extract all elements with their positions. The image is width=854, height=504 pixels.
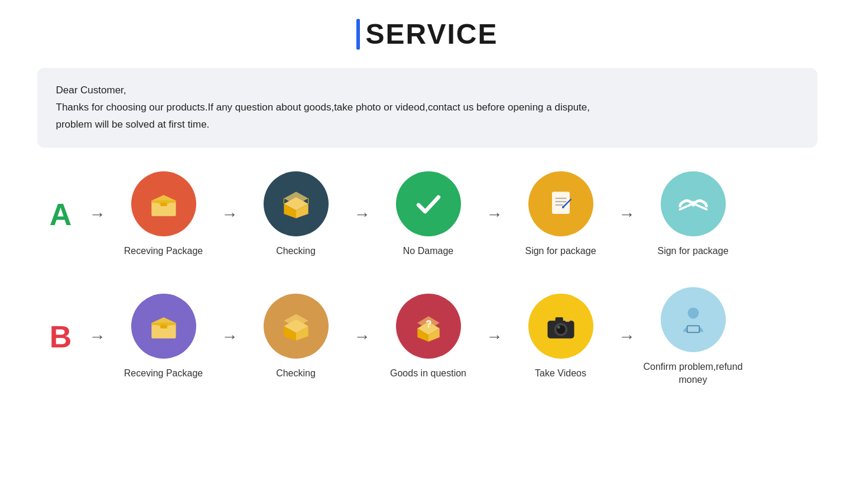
arrow-a-0: → xyxy=(85,205,111,224)
icon-person-skyblue xyxy=(661,287,726,352)
step-b-1-label: Receving Package xyxy=(124,367,203,380)
svg-text:?: ? xyxy=(426,318,431,330)
page-title: SERVICE xyxy=(366,18,498,50)
svg-rect-34 xyxy=(555,317,563,322)
step-b-2-label: Checking xyxy=(276,367,316,380)
scenario-a-label: A xyxy=(37,197,85,232)
step-a-3: No Damage xyxy=(375,171,482,258)
icon-package-purple xyxy=(131,294,196,359)
step-a-2: Checking xyxy=(243,171,349,258)
icon-sign-orange xyxy=(528,171,593,236)
arrow-a-2: → xyxy=(349,205,375,224)
step-b-5: Confirm problem,refund money xyxy=(640,287,746,387)
step-a-5-label: Sign for package xyxy=(657,245,728,258)
notice-line2: Thanks for choosing our products.If any … xyxy=(56,99,798,134)
scenario-b-row: B → Receving Package → xyxy=(37,287,817,387)
svg-rect-38 xyxy=(687,326,699,331)
icon-box-open-tan xyxy=(264,294,329,359)
arrow-b-3: → xyxy=(482,327,508,346)
scenario-a-row: A → Receving Package → xyxy=(37,171,817,258)
icon-package-red xyxy=(131,171,196,236)
notice-line1: Dear Customer, xyxy=(56,82,798,99)
step-a-4-label: Sign for package xyxy=(525,245,596,258)
arrow-a-1: → xyxy=(217,205,243,224)
step-b-3: ? Goods in question xyxy=(375,294,482,380)
flow-section: A → Receving Package → xyxy=(37,171,817,387)
icon-checkmark-green xyxy=(396,171,461,236)
arrow-b-2: → xyxy=(349,327,375,346)
arrow-a-4: → xyxy=(614,205,640,224)
icon-box-open-dark xyxy=(264,171,329,236)
title-accent-bar xyxy=(356,19,360,50)
notice-box: Dear Customer, Thanks for choosing our p… xyxy=(37,68,817,148)
arrow-b-4: → xyxy=(614,327,640,346)
icon-handshake-teal xyxy=(661,171,726,236)
svg-rect-35 xyxy=(565,318,570,322)
step-a-2-label: Checking xyxy=(276,245,316,258)
step-b-2: Checking xyxy=(243,294,349,380)
svg-point-36 xyxy=(687,307,699,318)
step-b-1: Receving Package xyxy=(111,294,217,380)
step-b-4: Take Videos xyxy=(508,294,614,380)
step-a-3-label: No Damage xyxy=(403,245,453,258)
step-a-5: Sign for package xyxy=(640,171,746,258)
svg-rect-3 xyxy=(151,200,176,203)
page-title-section: SERVICE xyxy=(356,18,498,50)
step-a-4: Sign for package xyxy=(508,171,614,258)
step-b-5-label: Confirm problem,refund money xyxy=(640,360,746,387)
icon-camera-yellow xyxy=(528,294,593,359)
svg-rect-20 xyxy=(151,323,176,326)
svg-point-15 xyxy=(561,206,564,208)
svg-point-16 xyxy=(690,201,696,206)
step-b-3-label: Goods in question xyxy=(390,367,466,380)
arrow-a-3: → xyxy=(482,205,508,224)
arrow-b-1: → xyxy=(217,327,243,346)
step-a-1: Receving Package xyxy=(111,171,217,258)
step-a-1-label: Receving Package xyxy=(124,245,203,258)
step-b-4-label: Take Videos xyxy=(535,367,586,380)
icon-question-crimson: ? xyxy=(396,294,461,359)
scenario-b-label: B xyxy=(37,319,85,355)
arrow-b-0: → xyxy=(85,327,111,346)
svg-point-33 xyxy=(557,326,560,329)
